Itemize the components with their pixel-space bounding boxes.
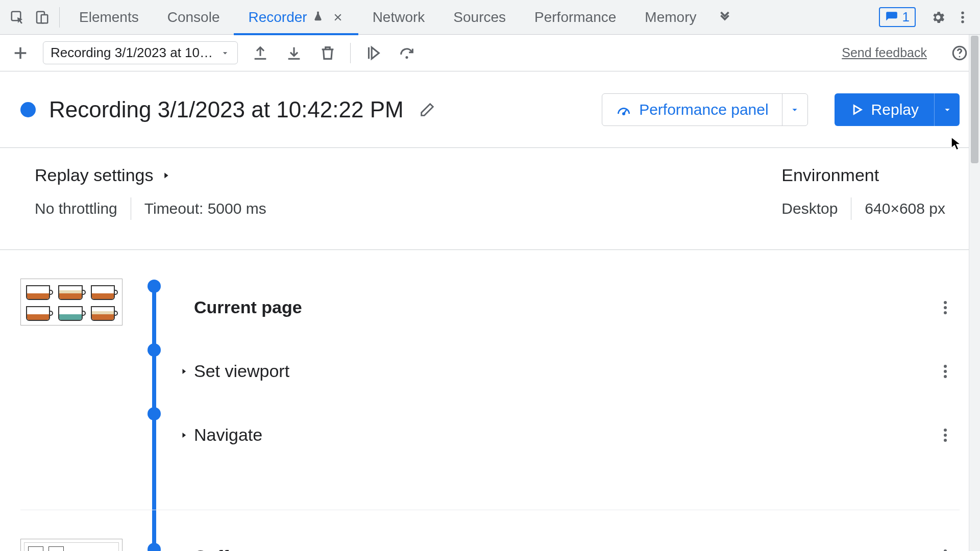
step-more-icon[interactable] [935, 297, 955, 318]
step-label: Navigate [194, 425, 262, 445]
step-label: Coffee cart [194, 546, 285, 552]
experiment-icon [312, 9, 324, 26]
svg-point-14 [944, 370, 947, 373]
caret-down-icon [942, 104, 953, 115]
svg-point-5 [961, 20, 964, 23]
step-group: Coffee cart [20, 510, 960, 551]
replay-main[interactable]: Replay [835, 93, 934, 126]
svg-point-13 [944, 365, 947, 368]
issues-counter[interactable]: 1 [879, 7, 916, 27]
step-more-icon[interactable] [935, 425, 955, 445]
svg-point-11 [944, 306, 947, 309]
svg-point-17 [944, 434, 947, 437]
svg-point-12 [944, 311, 947, 314]
steps-list: Current page Set viewport Navigate [0, 250, 980, 551]
step-coffee-cart[interactable]: Coffee cart [174, 536, 960, 551]
divider [131, 197, 131, 220]
throttling-value: No throttling [35, 200, 117, 217]
svg-rect-2 [41, 15, 48, 23]
caret-down-icon [789, 104, 800, 115]
scrollbar-thumb[interactable] [971, 36, 978, 163]
tab-performance[interactable]: Performance [520, 0, 630, 35]
tab-elements[interactable]: Elements [65, 0, 153, 35]
environment-heading: Environment [781, 165, 945, 185]
recording-select-label: Recording 3/1/2023 at 10… [51, 45, 213, 61]
edit-title-icon[interactable] [417, 99, 437, 120]
step-more-icon[interactable] [935, 546, 955, 551]
settings-gear-icon[interactable] [926, 5, 950, 30]
tab-memory[interactable]: Memory [630, 0, 710, 35]
continue-icon[interactable] [362, 42, 384, 64]
recording-title: Recording 3/1/2023 at 10:42:22 PM [49, 97, 404, 122]
caret-right-icon [160, 170, 172, 181]
step-current-page[interactable]: Current page [174, 276, 960, 339]
recording-status-dot [20, 102, 36, 117]
svg-point-6 [405, 56, 408, 58]
env-viewport: 640×608 px [865, 200, 945, 217]
caret-right-icon [174, 430, 194, 440]
svg-point-8 [959, 56, 961, 57]
send-feedback-link[interactable]: Send feedback [842, 45, 927, 60]
step-group: Current page Set viewport Navigate [20, 276, 960, 510]
step-over-icon[interactable] [396, 42, 418, 64]
settings-row: Replay settings No throttling Timeout: 5… [0, 148, 980, 250]
issues-count: 1 [902, 9, 910, 25]
inspect-element-icon[interactable] [5, 5, 30, 30]
timeout-value: Timeout: 5000 ms [144, 200, 266, 217]
performance-panel-main[interactable]: Performance panel [602, 94, 781, 126]
tab-recorder[interactable]: Recorder [234, 0, 358, 35]
performance-panel-label: Performance panel [639, 101, 768, 118]
export-icon[interactable] [283, 42, 305, 64]
env-device: Desktop [781, 200, 838, 217]
step-thumbnail [20, 539, 122, 551]
close-icon[interactable] [332, 11, 344, 23]
vertical-scrollbar[interactable] [969, 35, 980, 551]
svg-point-9 [623, 113, 624, 114]
chevron-down-icon [220, 48, 230, 58]
step-thumbnail [20, 279, 122, 325]
step-label: Set viewport [194, 361, 289, 381]
divider [350, 43, 351, 63]
replay-button: Replay [835, 93, 960, 126]
step-navigate[interactable]: Navigate [174, 403, 960, 467]
tab-network[interactable]: Network [358, 0, 439, 35]
recording-select[interactable]: Recording 3/1/2023 at 10… [43, 41, 238, 64]
performance-panel-button: Performance panel [602, 93, 807, 126]
step-more-icon[interactable] [935, 361, 955, 382]
import-icon[interactable] [249, 42, 272, 64]
play-icon [850, 103, 864, 117]
caret-right-icon [174, 366, 194, 377]
svg-point-15 [944, 375, 947, 378]
tab-sources[interactable]: Sources [439, 0, 520, 35]
divider [851, 197, 851, 220]
svg-point-16 [944, 429, 947, 432]
svg-point-10 [944, 301, 947, 304]
svg-point-4 [961, 16, 964, 19]
delete-icon[interactable] [316, 42, 339, 64]
devtools-tabbar: Elements Console Recorder Network Source… [0, 0, 980, 35]
kebab-menu-icon[interactable] [950, 5, 975, 30]
more-tabs-icon[interactable] [710, 5, 739, 30]
replay-label: Replay [871, 101, 919, 118]
recorder-toolbar: Recording 3/1/2023 at 10… Send feedback [0, 35, 980, 71]
replay-settings-heading[interactable]: Replay settings [35, 165, 266, 185]
step-set-viewport[interactable]: Set viewport [174, 339, 960, 403]
performance-panel-dropdown[interactable] [782, 94, 807, 126]
new-recording-icon[interactable] [9, 42, 32, 64]
svg-point-18 [944, 439, 947, 442]
replay-dropdown[interactable] [934, 93, 960, 126]
help-icon[interactable] [948, 42, 971, 64]
recording-title-row: Recording 3/1/2023 at 10:42:22 PM Perfor… [0, 71, 980, 148]
mouse-cursor [950, 137, 962, 151]
gauge-icon [616, 102, 632, 118]
step-label: Current page [194, 297, 302, 317]
device-toolbar-icon[interactable] [30, 5, 54, 30]
tab-console[interactable]: Console [153, 0, 234, 35]
svg-point-3 [961, 11, 964, 14]
